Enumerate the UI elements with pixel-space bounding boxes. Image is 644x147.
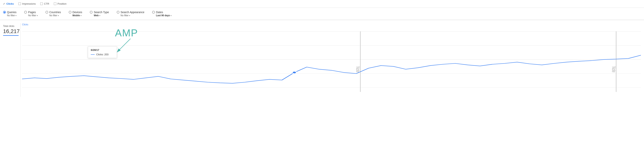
search-appearance-label: Search Appearance bbox=[120, 11, 144, 14]
metric-position[interactable]: Position bbox=[54, 2, 66, 5]
search-appearance-chevron-icon: ▾ bbox=[129, 14, 130, 17]
tooltip-date: 6/28/17 bbox=[91, 48, 114, 52]
total-clicks-label: Total clicks bbox=[3, 25, 20, 28]
pages-radio[interactable] bbox=[24, 11, 27, 14]
countries-value: No filter bbox=[49, 14, 57, 17]
filter-countries[interactable]: Countries No filter ▾ bbox=[42, 8, 65, 20]
search-type-radio[interactable] bbox=[90, 11, 92, 14]
ctr-checkbox[interactable] bbox=[40, 2, 43, 5]
pages-chevron-icon: ▾ bbox=[37, 14, 38, 17]
filter-pages[interactable]: Pages No filter ▾ bbox=[20, 8, 42, 20]
devices-chevron-icon: ▾ bbox=[80, 14, 82, 17]
filter-bar: Queries No filter ▾ Pages No filter ▾ Co… bbox=[0, 8, 644, 20]
total-underline bbox=[3, 35, 18, 36]
search-appearance-radio[interactable] bbox=[117, 11, 120, 14]
dates-label: Dates bbox=[156, 11, 163, 14]
position-checkbox[interactable] bbox=[54, 2, 56, 5]
dates-value: Last 90 days bbox=[156, 14, 170, 17]
pages-value: No filter bbox=[28, 14, 36, 17]
countries-radio[interactable] bbox=[46, 11, 48, 14]
search-type-value: Web bbox=[94, 14, 98, 17]
queries-value: No filter bbox=[7, 14, 15, 17]
queries-label: Queries bbox=[7, 11, 16, 14]
metric-ctr[interactable]: CTR bbox=[40, 2, 49, 5]
metric-impressions-label: Impressions bbox=[22, 2, 36, 5]
queries-chevron-icon: ▾ bbox=[16, 14, 16, 17]
devices-value: Mobile bbox=[72, 14, 80, 17]
clicks-axis-label: Clicks bbox=[22, 23, 28, 26]
svg-text:Note: Note bbox=[611, 66, 617, 72]
dates-radio[interactable] bbox=[152, 11, 155, 14]
svg-point-13 bbox=[292, 71, 296, 74]
chart-tooltip: 6/28/17 Clicks: 203 bbox=[88, 46, 117, 58]
queries-radio[interactable] bbox=[3, 11, 6, 14]
metric-impressions[interactable]: Impressions bbox=[18, 2, 36, 5]
filter-dates[interactable]: Dates Last 90 days ▾ bbox=[148, 8, 175, 20]
tooltip-row: Clicks: 203 bbox=[91, 53, 114, 56]
search-type-label: Search Type bbox=[94, 11, 109, 14]
devices-label: Devices bbox=[72, 11, 82, 14]
total-clicks-value: 16,217 bbox=[3, 28, 20, 34]
filter-search-type[interactable]: Search Type Web ▾ bbox=[86, 8, 113, 20]
devices-radio[interactable] bbox=[69, 11, 72, 14]
search-type-chevron-icon: ▾ bbox=[99, 14, 100, 17]
filter-search-appearance[interactable]: Search Appearance No filter ▾ bbox=[113, 8, 148, 20]
svg-text:Note: Note bbox=[355, 66, 361, 72]
chart-area: Total clicks 16,217 Clicks bbox=[0, 20, 644, 97]
metric-clicks[interactable]: ✓ Clicks bbox=[3, 2, 14, 5]
search-appearance-value: No filter bbox=[120, 14, 128, 17]
pages-label: Pages bbox=[28, 11, 36, 14]
impressions-checkbox[interactable] bbox=[18, 2, 21, 5]
metric-position-label: Position bbox=[58, 2, 66, 5]
tooltip-line-icon bbox=[91, 54, 95, 55]
metric-clicks-label: Clicks bbox=[6, 2, 14, 5]
check-icon: ✓ bbox=[3, 2, 5, 5]
metrics-bar: ✓ Clicks Impressions CTR Position bbox=[0, 0, 644, 8]
tooltip-value: Clicks: 203 bbox=[96, 53, 108, 56]
dates-chevron-icon: ▾ bbox=[170, 14, 172, 17]
filter-devices[interactable]: Devices Mobile ▾ bbox=[65, 8, 86, 20]
filter-queries[interactable]: Queries No filter ▾ bbox=[3, 8, 20, 20]
countries-chevron-icon: ▾ bbox=[58, 14, 59, 17]
countries-label: Countries bbox=[49, 11, 61, 14]
metric-ctr-label: CTR bbox=[44, 2, 49, 5]
